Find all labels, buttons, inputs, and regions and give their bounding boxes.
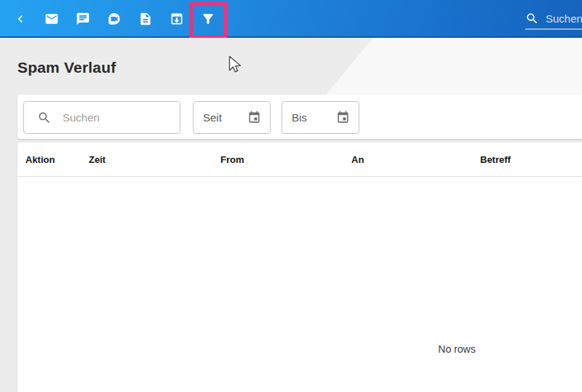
column-header-betreff[interactable]: Betreff <box>480 154 511 165</box>
column-header-zeit[interactable]: Zeit <box>89 154 105 165</box>
archive-icon[interactable] <box>170 12 184 26</box>
search-icon <box>525 12 539 25</box>
date-from-field[interactable]: Seit <box>193 101 271 134</box>
column-header-from[interactable]: From <box>220 154 244 165</box>
filter-bar: Seit Bis <box>17 95 582 139</box>
column-header-an[interactable]: An <box>351 154 364 165</box>
empty-table-message: No rows <box>17 343 582 355</box>
chat-icon[interactable] <box>76 12 90 26</box>
document-icon[interactable] <box>138 12 153 26</box>
search-icon <box>37 111 52 125</box>
spam-history-table: Aktion Zeit From An Betreff No rows <box>17 143 582 392</box>
calendar-icon[interactable] <box>336 111 350 124</box>
video-call-icon[interactable] <box>107 12 121 26</box>
app-bar: Suchen <box>0 0 582 38</box>
global-search-placeholder: Suchen <box>546 12 582 25</box>
date-to-field[interactable]: Bis <box>282 101 359 134</box>
table-search-field[interactable] <box>23 101 180 134</box>
column-header-aktion[interactable]: Aktion <box>25 154 55 165</box>
app-bar-icon-row <box>0 0 582 38</box>
calendar-icon[interactable] <box>247 111 261 124</box>
page-title: Spam Verlauf <box>17 59 116 76</box>
global-search[interactable]: Suchen <box>525 9 582 30</box>
table-header-row: Aktion Zeit From An Betreff <box>17 143 582 177</box>
mail-icon[interactable] <box>44 12 59 26</box>
date-from-label: Seit <box>203 111 222 124</box>
table-search-input[interactable] <box>61 111 173 124</box>
back-icon[interactable] <box>13 12 28 26</box>
filter-icon[interactable] <box>201 12 215 26</box>
date-to-label: Bis <box>292 111 307 124</box>
